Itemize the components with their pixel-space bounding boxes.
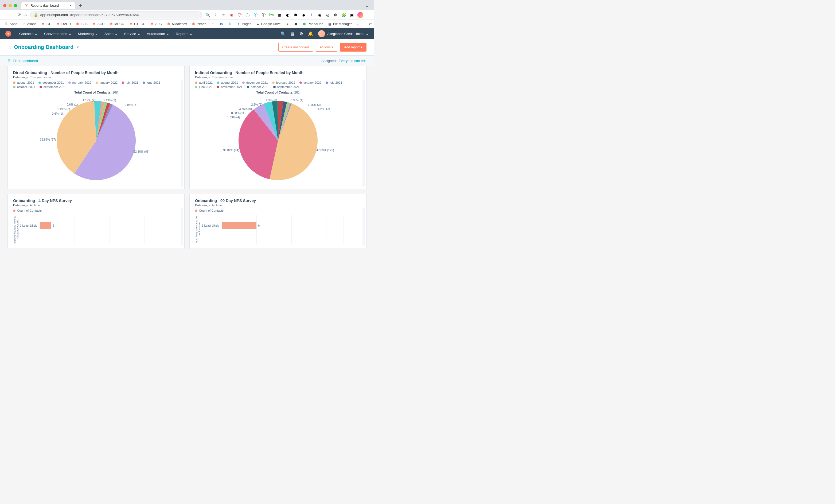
bookmark-asana[interactable]: ⁘Asana <box>20 21 39 27</box>
nav-contacts[interactable]: Contacts⌄ <box>16 32 41 36</box>
bookmark-biz[interactable]: ▦Biz Manager <box>326 21 354 27</box>
new-tab-button[interactable]: + <box>77 2 84 9</box>
scrollbar[interactable] <box>181 208 183 246</box>
nav-reports[interactable]: Reports⌄ <box>172 32 196 36</box>
profile-avatar[interactable] <box>358 12 363 18</box>
search-icon[interactable]: 🔍 <box>281 31 286 36</box>
legend-item[interactable]: january-2022 <box>300 81 321 84</box>
zoom-icon[interactable]: 🔍 <box>205 13 210 17</box>
legend-item[interactable]: june-2021 <box>195 85 212 88</box>
ext-icon[interactable]: ◉ <box>229 13 234 17</box>
browser-tab[interactable]: Reports dashboard × <box>21 2 75 9</box>
legend-item[interactable]: september-2021 <box>40 85 66 88</box>
bookmark-drive[interactable]: ▲Google Drive <box>254 21 283 27</box>
ext-skype-icon[interactable]: ⓢ <box>253 13 258 17</box>
window-close[interactable] <box>3 4 6 7</box>
extensions-icon[interactable]: 🧩 <box>341 13 346 17</box>
legend-item[interactable]: Count of Contacts <box>195 209 224 212</box>
create-dashboard-button[interactable]: Create dashboard <box>278 43 313 52</box>
marketplace-icon[interactable]: ▦ <box>291 31 294 36</box>
kebab-menu-icon[interactable]: ⋮ <box>366 13 371 17</box>
url-input[interactable]: 🔒 app.hubspot.com/reports-dashboard/6272… <box>30 12 202 18</box>
scrollbar[interactable] <box>363 208 365 246</box>
bookmark-qb[interactable]: ● <box>284 21 291 27</box>
legend-item[interactable]: october-2021 <box>13 85 35 88</box>
report-card-90day-nps[interactable]: Onboarding - 90 Day NPS Survey Date rang… <box>189 194 366 249</box>
legend-item[interactable]: november-2021 <box>217 85 243 88</box>
ext-info-icon[interactable]: ⓘ <box>261 13 266 17</box>
ext-fb-icon[interactable]: f <box>309 13 314 17</box>
report-card-direct-onboarding[interactable]: Direct Onboarding - Number of People Enr… <box>7 66 185 189</box>
filter-dashboard-button[interactable]: ☰ Filter dashboard <box>7 59 38 63</box>
ext-bw-icon[interactable]: bw <box>269 13 274 17</box>
legend-item[interactable]: august-2021 <box>217 81 238 84</box>
nav-automation[interactable]: Automation⌄ <box>144 32 172 36</box>
bookmark-pandadoc[interactable]: ◼PandaDoc <box>301 21 325 27</box>
bookmark-apps[interactable]: ⠿Apps <box>3 21 19 27</box>
hubspot-logo[interactable] <box>5 31 11 37</box>
nav-sales[interactable]: Sales⌄ <box>101 32 121 36</box>
legend-item[interactable]: august-2021 <box>13 81 34 84</box>
home-button[interactable]: ⌂ <box>24 13 27 17</box>
bookmark-notion[interactable]: ◼ <box>292 21 300 27</box>
bookmark-pages[interactable]: fPages <box>235 21 253 27</box>
bookmark-middlesex[interactable]: ✱Middlesex <box>165 21 188 27</box>
report-card-indirect-onboarding[interactable]: Indirect Onboarding - Number of People E… <box>189 66 366 189</box>
bookmark-peach[interactable]: ✱Peach <box>190 21 208 27</box>
ext-icon-4[interactable]: ✱ <box>293 13 298 17</box>
tabs-dropdown-icon[interactable]: ⌄ <box>362 2 372 9</box>
assigned-link[interactable]: Everyone can edit <box>339 59 366 63</box>
legend-item[interactable]: january-2022 <box>96 81 118 84</box>
bookmark-fb[interactable]: f <box>209 21 217 27</box>
ext-icon-5[interactable]: ◆ <box>301 13 306 17</box>
add-report-button[interactable]: Add report ▾ <box>340 43 366 52</box>
legend-item[interactable]: june-2021 <box>143 81 160 84</box>
bookmark-gh[interactable]: ✱GH <box>40 21 54 27</box>
dashboard-title-dropdown[interactable]: Onboarding Dashboard ▼ <box>14 44 79 50</box>
bookmark-twitter[interactable]: 𝕏 <box>226 21 234 27</box>
scrollbar[interactable] <box>363 80 365 187</box>
other-bookmarks-button[interactable]: 🗀Other Bookmarks <box>367 21 374 27</box>
legend-item[interactable]: september-2021 <box>273 85 300 88</box>
share-icon[interactable]: ⇪ <box>213 13 218 17</box>
devices-icon[interactable]: ▣ <box>349 13 354 17</box>
bookmark-mpcu[interactable]: ✱MPCU <box>107 21 126 27</box>
ext-pinterest-icon[interactable]: ⓟ <box>237 13 242 17</box>
nav-marketing[interactable]: Marketing⌄ <box>75 32 101 36</box>
account-menu[interactable]: Allegiance Credit Union ⌄ <box>318 30 369 37</box>
ext-icon-6[interactable]: ◉ <box>317 13 322 17</box>
nav-conversations[interactable]: Conversations⌄ <box>41 32 75 36</box>
legend-item[interactable]: december-2021 <box>39 81 64 84</box>
notifications-icon[interactable]: 🔔 <box>308 31 313 36</box>
legend-item[interactable]: october-2021 <box>247 85 269 88</box>
back-button[interactable]: ← <box>3 13 7 17</box>
bookmarks-overflow[interactable]: » <box>355 21 360 27</box>
window-minimize[interactable] <box>8 4 12 7</box>
ext-icon-7[interactable]: ◎ <box>325 13 330 17</box>
legend-item[interactable]: february-2022 <box>68 81 91 84</box>
legend-item[interactable]: april-2021 <box>195 81 212 84</box>
window-maximize[interactable] <box>14 4 17 7</box>
star-icon[interactable]: ☆ <box>221 13 226 17</box>
report-card-4day-nps[interactable]: Onboarding - 4 Day NPS Survey Date range… <box>7 194 185 249</box>
reload-button[interactable]: ⟳ <box>18 12 21 17</box>
bookmark-ctfcu[interactable]: ✱CTFCU <box>127 21 147 27</box>
bookmark-linkedin[interactable]: in <box>218 21 225 27</box>
ext-grammarly-icon[interactable]: ◯ <box>245 13 250 17</box>
bookmark-fgs[interactable]: ✱FGS <box>74 21 89 27</box>
actions-button[interactable]: Actions ▾ <box>316 43 338 52</box>
legend-item[interactable]: july-2021 <box>122 81 138 84</box>
tab-close-icon[interactable]: × <box>69 3 72 8</box>
legend-item[interactable]: Count of Contacts <box>13 209 42 212</box>
bookmark-acu[interactable]: ✱ACU <box>90 21 106 27</box>
legend-item[interactable]: february-2022 <box>272 81 296 84</box>
ext-icon-3[interactable]: ◐ <box>285 13 290 17</box>
nav-service[interactable]: Service⌄ <box>121 32 144 36</box>
ext-icon-2[interactable]: ▦ <box>277 13 282 17</box>
ext-icon-8[interactable]: ❂ <box>333 13 338 17</box>
settings-icon[interactable]: ⚙ <box>300 31 303 36</box>
legend-item[interactable]: july-2021 <box>326 81 342 84</box>
favorite-star-icon[interactable]: ☆ <box>7 44 12 50</box>
legend-item[interactable]: december-2021 <box>242 81 268 84</box>
bookmark-alg[interactable]: ✱ALG <box>148 21 164 27</box>
